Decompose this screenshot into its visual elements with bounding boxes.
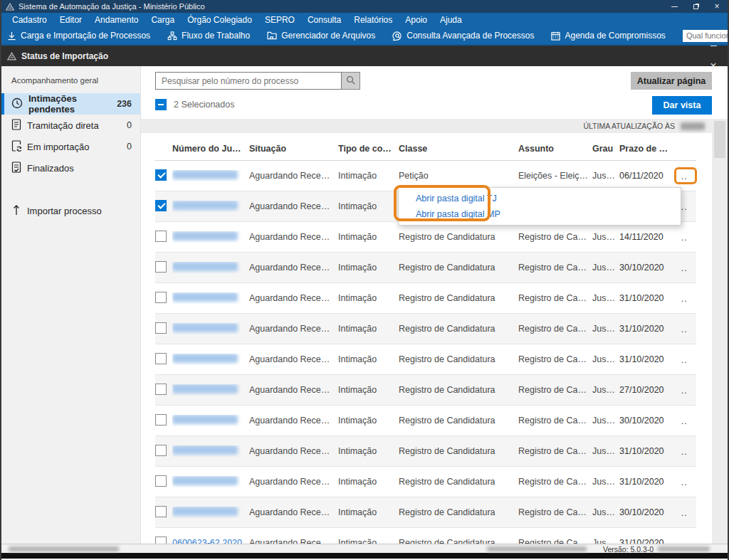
- cell-prazo: 31/10/2020: [619, 477, 676, 487]
- subwindow-minimize-button[interactable]: [699, 36, 728, 56]
- process-search-input[interactable]: [155, 72, 342, 90]
- menu-item-apoio[interactable]: Apoio: [399, 15, 434, 25]
- table-row[interactable]: Aguardando Recebim... Intimação Registro…: [155, 283, 696, 314]
- titlebar: Sistema de Automação da Justiça - Minist…: [1, 0, 728, 13]
- menu-item-orgao-colegiado[interactable]: Órgão Colegiado: [181, 15, 258, 25]
- row-checkbox[interactable]: [155, 475, 167, 487]
- process-number[interactable]: [172, 170, 249, 181]
- table-row[interactable]: Aguardando Recebim... Intimação Registro…: [155, 375, 696, 406]
- more-actions-button[interactable]: ..: [676, 354, 696, 365]
- row-checkbox[interactable]: [155, 384, 167, 395]
- more-actions-button[interactable]: ..: [676, 232, 696, 243]
- cell-grau: Justi...: [592, 232, 619, 242]
- more-actions-button[interactable]: ..: [676, 507, 696, 518]
- table-row[interactable]: Aguardando Recebim... Intimação Registro…: [155, 222, 696, 253]
- toolbar-item-carga[interactable]: Carga e Importação de Processos: [7, 31, 150, 41]
- process-number[interactable]: [172, 292, 249, 304]
- sidebar-item-em-importacao[interactable]: Em importação 0: [1, 136, 140, 157]
- row-checkbox[interactable]: [155, 353, 167, 364]
- vertical-scrollbar[interactable]: [712, 119, 728, 544]
- menu-item-ajuda[interactable]: Ajuda: [434, 15, 468, 25]
- minimize-button[interactable]: [664, 0, 685, 13]
- cell-assunto: Registro de Candi...: [518, 354, 592, 364]
- process-number-redacted: [172, 262, 238, 271]
- process-number[interactable]: [172, 476, 249, 487]
- more-actions-button[interactable]: ..: [676, 293, 696, 304]
- scrollbar-thumb[interactable]: [714, 121, 725, 158]
- menu-item-consulta[interactable]: Consulta: [301, 15, 347, 25]
- process-number[interactable]: [172, 415, 249, 426]
- row-checkbox[interactable]: [155, 445, 167, 456]
- cell-grau: Justi...: [592, 263, 619, 273]
- menu-item-cadastro[interactable]: Cadastro: [6, 15, 53, 25]
- row-checkbox[interactable]: [155, 200, 167, 211]
- more-actions-button[interactable]: ..: [676, 416, 696, 426]
- restore-button[interactable]: [685, 0, 706, 13]
- menu-item-relatorios[interactable]: Relatórios: [347, 15, 399, 25]
- process-number[interactable]: 0600623-62.2020: [172, 538, 249, 544]
- last-update-time-redacted: [681, 122, 705, 130]
- refresh-page-button[interactable]: Atualizar página: [631, 72, 712, 90]
- sidebar-header: Acompanhamento geral: [1, 76, 140, 93]
- table-row[interactable]: Aguardando Recebim... Intimação Registro…: [155, 436, 696, 467]
- select-all-checkbox[interactable]: [155, 99, 167, 110]
- more-actions-button[interactable]: ..: [676, 324, 696, 334]
- process-number[interactable]: [172, 384, 249, 396]
- menu-item-abrir-pasta-mp[interactable]: Abrir pasta digital MP: [399, 206, 681, 222]
- process-number[interactable]: [172, 354, 249, 365]
- more-actions-button[interactable]: ..: [676, 477, 696, 487]
- menu-item-sepro[interactable]: SEPRO: [258, 15, 301, 25]
- more-actions-button[interactable]: ..: [676, 538, 696, 544]
- column-header[interactable]: Situação: [249, 144, 338, 154]
- table-row[interactable]: Aguardando Recebim... Intimação Registro…: [155, 253, 696, 283]
- row-checkbox[interactable]: [155, 537, 167, 544]
- dar-vista-button[interactable]: Dar vista: [652, 96, 712, 115]
- process-number[interactable]: [172, 445, 249, 457]
- close-button[interactable]: ×: [706, 0, 728, 13]
- process-number[interactable]: [172, 507, 249, 518]
- table-row[interactable]: Aguardando Recebim... Intimação Registro…: [155, 314, 696, 344]
- process-number[interactable]: [172, 231, 249, 243]
- toolbar-item-consulta-avancada[interactable]: Consulta Avançada de Processos: [392, 31, 534, 41]
- table-row[interactable]: Aguardando Recebim... Intimação Registro…: [155, 344, 696, 375]
- row-checkbox[interactable]: [155, 231, 167, 242]
- more-actions-button[interactable]: ..: [676, 171, 696, 181]
- menu-item-andamento[interactable]: Andamento: [88, 15, 145, 25]
- toolbar-item-fluxo[interactable]: Fluxo de Trabalho: [167, 31, 250, 41]
- menu-item-abrir-pasta-tj[interactable]: Abrir pasta digital TJ: [399, 191, 681, 206]
- more-actions-button[interactable]: ..: [676, 263, 696, 273]
- table-row[interactable]: Aguardando Recebim... Intimação Registro…: [155, 497, 696, 528]
- menu-item-carga[interactable]: Carga: [145, 15, 181, 25]
- cell-classe: Registro de Candidatura: [399, 293, 518, 303]
- sidebar-item-intimacoes-pendentes[interactable]: Intimações pendentes 236: [1, 93, 140, 115]
- sidebar-item-tramitacao-direta[interactable]: Tramitação direta 0: [1, 115, 140, 136]
- row-checkbox[interactable]: [155, 292, 167, 303]
- more-actions-button[interactable]: ..: [676, 385, 696, 396]
- column-header[interactable]: Grau: [592, 144, 619, 154]
- more-actions-button[interactable]: ..: [676, 446, 696, 457]
- row-checkbox[interactable]: [155, 261, 167, 273]
- column-header[interactable]: Número do Judiciário: [172, 144, 249, 154]
- column-header[interactable]: Tipo de comun...: [338, 144, 399, 154]
- process-number[interactable]: [172, 323, 249, 334]
- sidebar-item-importar-processo[interactable]: Importar processo: [1, 200, 140, 221]
- cell-situacao: Aguardando Recebim...: [249, 263, 338, 273]
- process-number[interactable]: [172, 262, 249, 273]
- table-row[interactable]: Aguardando Recebim... Intimação Registro…: [155, 406, 696, 436]
- row-checkbox[interactable]: [155, 322, 167, 334]
- sidebar-item-finalizados[interactable]: Finalizados: [1, 157, 140, 179]
- process-number[interactable]: [172, 201, 249, 212]
- column-header[interactable]: Assunto: [518, 144, 592, 154]
- toolbar-item-agenda[interactable]: Agenda de Compromissos: [551, 31, 665, 41]
- toolbar-item-arquivos[interactable]: Gerenciador de Arquivos: [267, 31, 375, 41]
- row-checkbox[interactable]: [155, 414, 167, 426]
- menu-item-editor[interactable]: Editor: [53, 15, 88, 25]
- sidebar: Acompanhamento geral Intimações pendente…: [1, 66, 141, 544]
- row-checkbox[interactable]: [155, 506, 167, 517]
- table-row[interactable]: 0600623-62.2020 Aguardando Recebim... In…: [155, 528, 696, 544]
- search-button[interactable]: [342, 72, 360, 90]
- table-row[interactable]: Aguardando Recebim... Intimação Registro…: [155, 467, 696, 497]
- row-checkbox[interactable]: [155, 169, 167, 181]
- column-header[interactable]: Classe: [399, 144, 518, 154]
- column-header[interactable]: Prazo de Ciência: [619, 144, 676, 154]
